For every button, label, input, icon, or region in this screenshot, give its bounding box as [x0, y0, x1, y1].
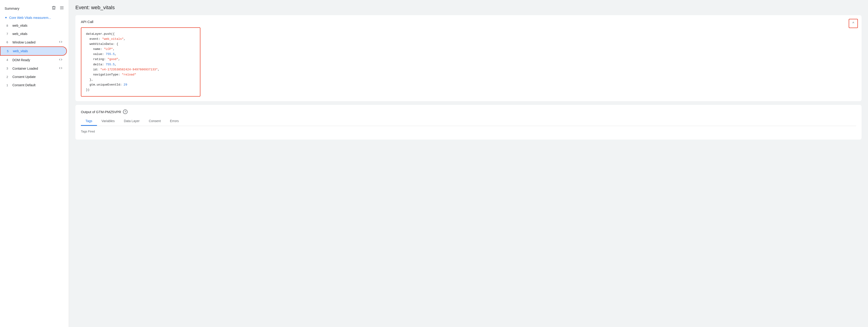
page-title: Event: web_vitals — [75, 5, 862, 10]
api-call-card: API Call dataLayer.push({ event: "web_vi… — [75, 15, 862, 101]
sidebar-item-1[interactable]: 1 Consent Default — [0, 81, 67, 89]
sidebar-section[interactable]: ▼ Core Web Vitals measurem... — [0, 14, 69, 21]
info-icon[interactable]: ? — [123, 110, 128, 114]
tab-consent[interactable]: Consent — [144, 117, 165, 126]
output-card: Output of GTM-PMZ5VPR ? Tags Variables D… — [75, 105, 862, 140]
event-label: Window Loaded — [12, 40, 57, 44]
event-label: Consent Update — [12, 75, 62, 79]
sidebar-item-2[interactable]: 2 Consent Update — [0, 73, 67, 81]
chevron-down-icon: ▼ — [5, 16, 7, 19]
event-number: 6 — [6, 40, 10, 44]
sidebar-section-label: Core Web Vitals measurem... — [9, 16, 51, 20]
sidebar-item-5[interactable]: 5 web_vitals — [0, 47, 67, 56]
api-call-content: dataLayer.push({ event: "web_vitals", we… — [81, 27, 856, 96]
tab-variables[interactable]: Variables — [97, 117, 119, 126]
tab-tags[interactable]: Tags — [81, 117, 97, 126]
sidebar-header: Summary — [0, 4, 69, 14]
event-label: web_vitals — [13, 49, 62, 53]
code-line-2: event: "web_vitals", — [86, 36, 195, 41]
event-label: web_vitals — [12, 24, 62, 27]
sidebar-item-3[interactable]: 3 Container Loaded — [0, 64, 67, 73]
sidebar: Summary ▼ Core Web Vitals measurem... 8 — [0, 0, 69, 327]
sidebar-item-4[interactable]: 4 DOM Ready — [0, 56, 67, 64]
code-icon — [59, 40, 62, 44]
event-number: 3 — [6, 67, 10, 70]
code-icon — [59, 66, 62, 70]
event-number: 2 — [6, 75, 10, 79]
code-block: dataLayer.push({ event: "web_vitals", we… — [81, 27, 200, 96]
main-content: Event: web_vitals API Call dataLayer.pus… — [69, 0, 868, 327]
event-label: Container Loaded — [12, 67, 57, 70]
sidebar-title: Summary — [5, 6, 19, 10]
trash-icon[interactable] — [52, 5, 64, 11]
tab-data-layer[interactable]: Data Layer — [119, 117, 144, 126]
code-line-4: name: "LCP", — [86, 47, 195, 52]
tags-fired-label: Tags Fired — [81, 126, 856, 135]
event-number: 8 — [6, 24, 10, 27]
code-line-7: delta: 755.5, — [86, 62, 195, 67]
code-line-6: rating: "good", — [86, 57, 195, 62]
event-number: 5 — [7, 50, 10, 53]
code-line-8: id: "v4-1723538582424-9497606937133", — [86, 67, 195, 72]
event-number: 7 — [6, 32, 10, 36]
output-title-row: Output of GTM-PMZ5VPR ? — [81, 110, 856, 114]
sidebar-item-6[interactable]: 6 Window Loaded — [0, 38, 67, 47]
sidebar-item-8[interactable]: 8 web_vitals — [0, 21, 67, 30]
event-number: 1 — [6, 84, 10, 87]
sidebar-item-7[interactable]: 7 web_vitals — [0, 30, 67, 38]
code-line-1: dataLayer.push({ — [86, 31, 195, 36]
sidebar-event-list: 8 web_vitals 7 web_vitals 6 Window Loade… — [0, 21, 69, 89]
api-call-title: API Call — [81, 20, 856, 24]
code-line-9: navigationType: "reload" — [86, 72, 195, 77]
event-label: Consent Default — [12, 83, 62, 87]
event-number: 4 — [6, 58, 10, 62]
chevron-up-icon: ^ — [852, 21, 854, 26]
output-title: Output of GTM-PMZ5VPR — [81, 110, 121, 114]
code-line-12: }) — [86, 87, 195, 92]
code-icon — [59, 58, 62, 62]
code-line-5: value: 755.5, — [86, 52, 195, 57]
tabs-bar: Tags Variables Data Layer Consent Errors — [81, 117, 856, 126]
event-label: web_vitals — [12, 32, 62, 36]
code-line-11: gtm.uniqueEventId: 29 — [86, 82, 195, 87]
collapse-button[interactable]: ^ — [849, 19, 858, 28]
code-line-3: webVitalsData: { — [86, 41, 195, 47]
tab-errors[interactable]: Errors — [165, 117, 183, 126]
code-line-10: }, — [86, 77, 195, 82]
event-label: DOM Ready — [12, 58, 57, 62]
